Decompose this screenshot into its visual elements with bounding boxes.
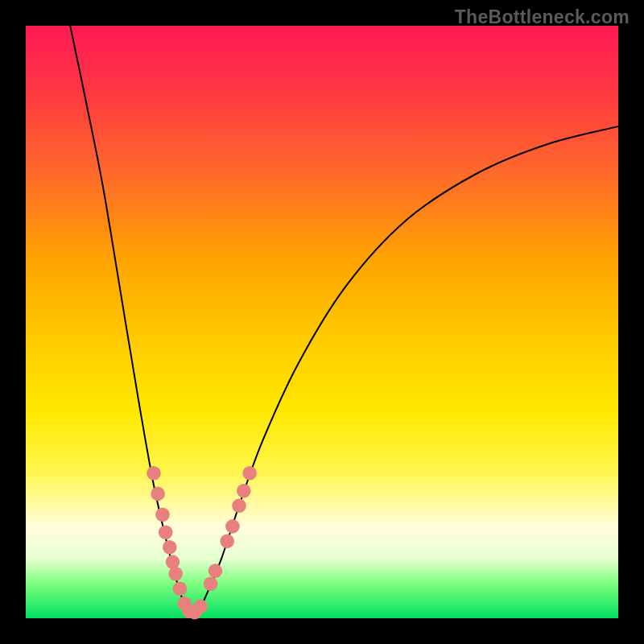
- data-marker: [151, 487, 165, 502]
- data-marker: [166, 555, 180, 569]
- data-marker: [220, 535, 234, 549]
- data-marker: [147, 466, 161, 481]
- data-markers: [147, 466, 257, 619]
- data-marker: [225, 519, 240, 534]
- data-marker: [159, 526, 173, 540]
- data-marker: [232, 498, 246, 513]
- watermark-text: TheBottleneck.com: [455, 6, 630, 28]
- data-marker: [242, 466, 257, 481]
- data-marker: [168, 567, 183, 581]
- data-marker: [173, 581, 188, 596]
- plot-area: [26, 26, 618, 618]
- data-marker: [208, 564, 223, 578]
- data-marker: [237, 484, 251, 498]
- chart-svg: [26, 26, 618, 618]
- chart-frame: TheBottleneck.com: [0, 0, 644, 644]
- data-marker: [155, 507, 170, 522]
- bottleneck-curve: [70, 26, 618, 615]
- data-marker: [204, 577, 218, 592]
- data-marker: [163, 540, 177, 555]
- data-marker: [193, 600, 208, 614]
